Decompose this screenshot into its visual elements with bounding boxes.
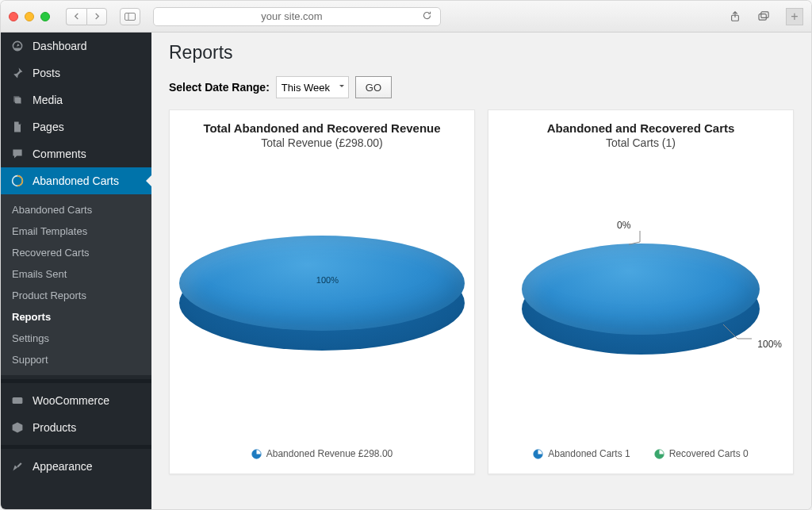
close-window-button[interactable] bbox=[9, 12, 18, 21]
share-button[interactable] bbox=[724, 8, 746, 25]
legend-label: Abandoned Carts 1 bbox=[548, 448, 630, 459]
pie-slice-icon bbox=[251, 449, 262, 459]
svg-rect-4 bbox=[760, 12, 768, 17]
sidebar-item-label: WooCommerce bbox=[33, 394, 109, 407]
panel-title: Abandoned and Recovered Carts bbox=[496, 121, 785, 135]
panel-title: Total Abandoned and Recovered Revenue bbox=[178, 121, 466, 135]
submenu-settings[interactable]: Settings bbox=[1, 328, 151, 349]
pages-icon bbox=[10, 120, 25, 134]
sidebar-item-appearance[interactable]: Appearance bbox=[1, 453, 151, 480]
callout-zero: 0% bbox=[617, 220, 630, 231]
sidebar-item-label: Posts bbox=[33, 67, 60, 79]
dashboard-icon bbox=[10, 39, 25, 53]
submenu-recovered-carts[interactable]: Recovered Carts bbox=[1, 242, 151, 263]
go-button[interactable]: GO bbox=[355, 76, 392, 98]
woocommerce-icon bbox=[10, 393, 25, 408]
sidebar-item-label: Appearance bbox=[33, 460, 93, 473]
legend-item-abandoned-carts: Abandoned Carts 1 bbox=[533, 448, 630, 459]
pie-slice-icon bbox=[533, 449, 543, 459]
callout-hundred: 100% bbox=[757, 339, 782, 350]
date-range-label: Select Date Range: bbox=[169, 81, 270, 94]
address-bar[interactable]: your site.com bbox=[153, 7, 441, 26]
sidebar-separator bbox=[1, 445, 151, 449]
submenu-email-templates[interactable]: Email Templates bbox=[1, 220, 151, 242]
reload-icon[interactable] bbox=[422, 10, 432, 23]
date-range-row: Select Date Range: This Week GO bbox=[169, 76, 794, 98]
sidebar-item-products[interactable]: Products bbox=[1, 414, 151, 441]
window-controls bbox=[9, 12, 50, 21]
sidebar-item-pages[interactable]: Pages bbox=[1, 113, 151, 140]
new-tab-button[interactable]: + bbox=[786, 8, 803, 25]
page-title: Reports bbox=[169, 42, 794, 63]
forward-button[interactable] bbox=[86, 8, 107, 25]
content-area: Reports Select Date Range: This Week GO … bbox=[151, 33, 811, 509]
pie-center-label: 100% bbox=[316, 275, 339, 285]
submenu-abandoned-carts[interactable]: Abandoned Carts bbox=[1, 199, 151, 220]
address-bar-text: your site.com bbox=[261, 10, 322, 22]
sidebar-item-label: Pages bbox=[33, 121, 64, 133]
abandoned-carts-icon bbox=[10, 174, 25, 188]
legend-item-recovered-carts: Recovered Carts 0 bbox=[654, 448, 749, 459]
svg-rect-3 bbox=[759, 14, 766, 20]
wp-sidebar: Dashboard Posts Media Pages Comments Aba… bbox=[1, 33, 151, 509]
sidebar-item-comments[interactable]: Comments bbox=[1, 140, 151, 167]
submenu-emails-sent[interactable]: Emails Sent bbox=[1, 263, 151, 285]
legend-item-abandoned-revenue: Abandoned Revenue £298.00 bbox=[251, 448, 393, 459]
sidebar-item-label: Comments bbox=[33, 148, 86, 160]
sidebar-item-label: Products bbox=[33, 421, 76, 434]
legend-label: Recovered Carts 0 bbox=[669, 448, 749, 459]
legend-label: Abandoned Revenue £298.00 bbox=[266, 448, 393, 459]
date-range-select[interactable]: This Week bbox=[276, 76, 349, 98]
sidebar-item-label: Abandoned Carts bbox=[33, 174, 119, 187]
panel-revenue: Total Abandoned and Recovered Revenue To… bbox=[169, 109, 475, 474]
pie-slice-icon bbox=[654, 449, 665, 459]
svg-rect-6 bbox=[13, 397, 23, 404]
chart-legend: Abandoned Carts 1 Recovered Carts 0 bbox=[496, 448, 785, 459]
media-icon bbox=[10, 93, 25, 107]
browser-toolbar: your site.com + bbox=[1, 1, 811, 33]
submenu-reports[interactable]: Reports bbox=[1, 306, 151, 328]
sidebar-item-posts[interactable]: Posts bbox=[1, 59, 151, 86]
revenue-pie-chart: 100% bbox=[178, 149, 466, 448]
zoom-window-button[interactable] bbox=[40, 12, 50, 21]
sidebar-item-label: Dashboard bbox=[33, 40, 87, 52]
browser-window: your site.com + Dashboard Posts bbox=[0, 0, 812, 510]
sidebar-item-label: Media bbox=[33, 94, 63, 106]
comments-icon bbox=[10, 147, 25, 161]
sidebar-item-dashboard[interactable]: Dashboard bbox=[1, 33, 151, 59]
sidebar-submenu: Abandoned Carts Email Templates Recovere… bbox=[1, 194, 151, 375]
sidebar-item-media[interactable]: Media bbox=[1, 86, 151, 113]
carts-pie-chart: 0% 100% bbox=[496, 149, 785, 448]
chart-legend: Abandoned Revenue £298.00 bbox=[178, 448, 466, 459]
panel-carts: Abandoned and Recovered Carts Total Cart… bbox=[488, 109, 794, 474]
appearance-icon bbox=[10, 459, 25, 474]
submenu-support[interactable]: Support bbox=[1, 349, 151, 370]
back-button[interactable] bbox=[66, 8, 86, 25]
panel-subtitle: Total Revenue (£298.00) bbox=[178, 136, 466, 149]
sidebar-separator bbox=[1, 379, 151, 383]
sidebar-item-abandoned-carts[interactable]: Abandoned Carts bbox=[1, 167, 151, 194]
pin-icon bbox=[10, 66, 25, 80]
minimize-window-button[interactable] bbox=[25, 12, 34, 21]
sidebar-toggle-button[interactable] bbox=[120, 8, 140, 25]
panel-subtitle: Total Carts (1) bbox=[496, 136, 785, 149]
svg-rect-0 bbox=[125, 13, 136, 20]
sidebar-item-woocommerce[interactable]: WooCommerce bbox=[1, 387, 151, 414]
tabs-button[interactable] bbox=[753, 8, 775, 25]
submenu-product-reports[interactable]: Product Reports bbox=[1, 285, 151, 306]
products-icon bbox=[10, 420, 25, 435]
